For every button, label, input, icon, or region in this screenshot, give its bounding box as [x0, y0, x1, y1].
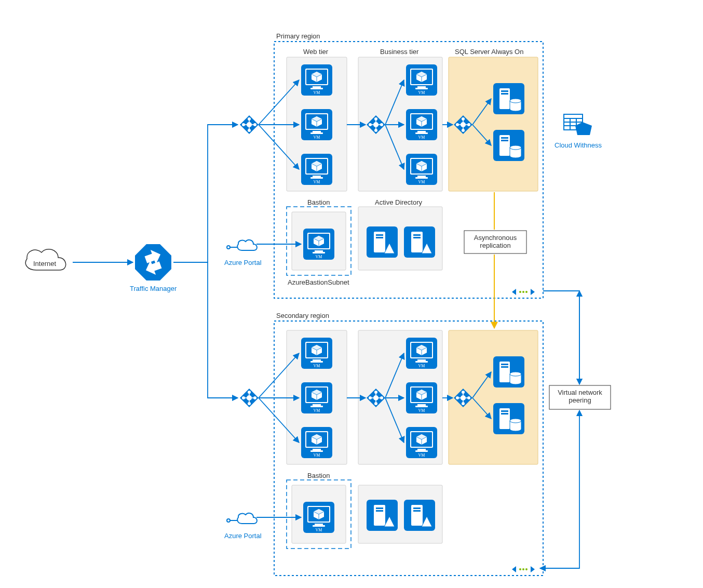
primary-web-tier-label: Web tier: [303, 48, 328, 56]
primary-business-tier-label: Business tier: [380, 48, 418, 56]
vm-icon: [406, 382, 437, 413]
vm-icon: [406, 64, 437, 96]
vm-icon: [406, 109, 437, 140]
vm-icon: [406, 427, 437, 458]
async-replication-l2: replication: [469, 242, 521, 249]
secondary-bastion-label: Bastion: [307, 472, 330, 479]
async-replication-l1: Asynchronous: [469, 234, 521, 242]
vnet-peering-icon: [512, 566, 535, 572]
vm-icon: [406, 154, 437, 185]
primary-region-label: Primary region: [276, 32, 320, 40]
traffic-manager-label: Traffic Manager: [130, 285, 177, 292]
vnet-peering-icon: [512, 289, 535, 295]
cloud-witness-icon: [564, 114, 592, 135]
load-balancer-icon: [240, 389, 259, 407]
azure-bastion-subnet-label: AzureBastionSubnet: [288, 278, 349, 286]
internet-label: Internet: [33, 260, 56, 268]
vm-icon: [303, 502, 334, 533]
vm-icon: [301, 338, 332, 369]
vm-icon: [301, 109, 332, 140]
architecture-diagram: VM: [0, 0, 703, 588]
vnet-peering-l2: peering: [552, 396, 607, 404]
sql-server-icon: [493, 130, 524, 161]
active-directory-label: Active Directory: [375, 198, 422, 206]
vm-icon: [301, 427, 332, 458]
vm-icon: [301, 154, 332, 185]
vm-icon: [301, 64, 332, 96]
cloud-witness-label: Cloud Withness: [555, 141, 602, 149]
sql-server-icon: [493, 356, 524, 387]
sql-server-icon: [493, 83, 524, 114]
ad-server-icon: [367, 226, 398, 258]
sql-server-icon: [493, 403, 524, 434]
vm-icon: [406, 338, 437, 369]
ad-server-icon: [404, 500, 435, 531]
vnet-peering-l1: Virtual network: [552, 389, 607, 396]
secondary-azure-portal-label: Azure Portal: [224, 532, 262, 540]
azure-portal-icon: [227, 240, 257, 250]
traffic-manager-icon: [135, 244, 171, 280]
ad-server-icon: [404, 226, 435, 258]
primary-bastion-label: Bastion: [307, 198, 330, 206]
azure-portal-icon: [227, 513, 257, 524]
primary-azure-portal-label: Azure Portal: [224, 259, 262, 266]
secondary-region-label: Secondary region: [276, 312, 329, 319]
load-balancer-icon: [240, 115, 259, 134]
sql-always-on-label: SQL Server Always On: [455, 48, 523, 56]
vm-icon: [303, 229, 334, 260]
ad-server-icon: [367, 500, 398, 531]
vm-icon: [301, 382, 332, 413]
